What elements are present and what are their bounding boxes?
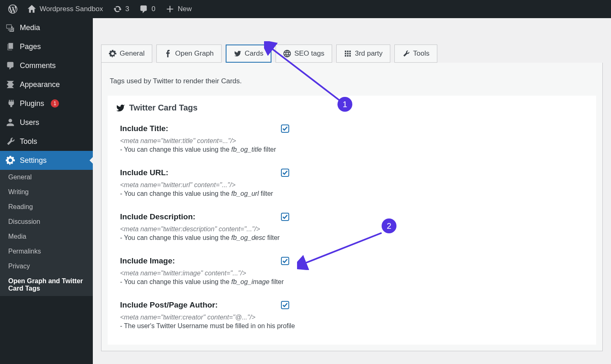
menu-pages[interactable]: Pages xyxy=(0,37,93,56)
help-title: - You can change this value using the fb… xyxy=(120,146,584,153)
wordpress-icon xyxy=(8,5,17,14)
submenu-ogtc[interactable]: Open Graph and Twitter Card Tags xyxy=(0,274,93,296)
menu-tools[interactable]: Tools xyxy=(0,132,93,151)
help-url: - You can change this value using the fb… xyxy=(120,190,584,197)
label-include-url: Include URL: xyxy=(120,168,281,177)
twitter-icon xyxy=(116,103,125,113)
comments-icon xyxy=(6,61,15,70)
menu-pages-label: Pages xyxy=(20,42,41,51)
home-icon xyxy=(27,5,36,14)
meta-url: <meta name="twitter:url" content="..."/> xyxy=(120,181,584,189)
checkbox-include-image[interactable] xyxy=(281,257,289,265)
field-include-url: Include URL: <meta name="twitter:url" co… xyxy=(108,161,596,205)
menu-appearance-label: Appearance xyxy=(20,80,60,89)
svg-line-1 xyxy=(303,233,382,264)
menu-media-label: Media xyxy=(20,23,40,32)
help-author: - The user's Twitter Username must be fi… xyxy=(120,322,584,330)
new-label: New xyxy=(178,5,192,13)
submenu-general[interactable]: General xyxy=(0,170,93,185)
menu-media[interactable]: Media xyxy=(0,18,93,37)
meta-image: <meta name="twitter:image" content="..."… xyxy=(120,270,584,277)
comment-icon xyxy=(139,5,148,14)
label-include-author: Include Post/Page Author: xyxy=(120,301,281,310)
label-include-description: Include Description: xyxy=(120,212,281,221)
menu-users[interactable]: Users xyxy=(0,113,93,132)
tab-opengraph-label: Open Graph xyxy=(175,49,214,58)
check-icon xyxy=(282,126,288,132)
checkbox-include-description[interactable] xyxy=(281,213,289,221)
media-icon xyxy=(6,23,15,32)
plugins-badge: 1 xyxy=(51,99,59,108)
wrench-icon xyxy=(402,50,410,57)
panel-description: Tags used by Twitter to render their Car… xyxy=(101,67,602,96)
annotation-2: 2 xyxy=(382,218,396,233)
submenu-permalinks[interactable]: Permalinks xyxy=(0,244,93,259)
update-icon xyxy=(113,5,122,14)
checkbox-include-url[interactable] xyxy=(281,169,289,177)
section-title: Twitter Card Tags xyxy=(129,103,198,113)
label-include-image: Include Image: xyxy=(120,256,281,265)
submenu-discussion[interactable]: Discussion xyxy=(0,214,93,229)
field-include-author: Include Post/Page Author: <meta name="tw… xyxy=(108,293,596,337)
updates-link[interactable]: 3 xyxy=(109,0,133,18)
meta-author: <meta name="twitter:creator" content="@.… xyxy=(120,314,584,321)
twitter-icon xyxy=(234,50,241,57)
help-image: - You can change this value using the fb… xyxy=(120,278,584,286)
tab-general-label: General xyxy=(120,49,144,58)
facebook-icon xyxy=(164,50,172,57)
menu-settings-label: Settings xyxy=(20,156,47,165)
annotation-arrow-1 xyxy=(264,41,347,107)
checkbox-include-title[interactable] xyxy=(281,124,289,133)
checkbox-include-author[interactable] xyxy=(281,301,289,309)
submenu-reading[interactable]: Reading xyxy=(0,200,93,214)
comments-link[interactable]: 0 xyxy=(135,0,159,18)
check-icon xyxy=(282,170,288,176)
annotation-1: 1 xyxy=(337,97,352,112)
menu-settings[interactable]: Settings xyxy=(0,151,93,170)
check-icon xyxy=(282,302,288,308)
new-content-link[interactable]: New xyxy=(161,0,196,18)
site-name: Wordpress Sandbox xyxy=(40,5,103,13)
check-icon xyxy=(282,258,288,264)
site-name-link[interactable]: Wordpress Sandbox xyxy=(23,0,107,18)
tab-opengraph[interactable]: Open Graph xyxy=(156,45,222,63)
updates-count: 3 xyxy=(125,5,129,13)
submenu-privacy[interactable]: Privacy xyxy=(0,259,93,274)
tab-bar: General Open Graph Cards SEO tags 3rd pa… xyxy=(93,36,611,63)
check-icon xyxy=(282,214,288,220)
menu-plugins-label: Plugins xyxy=(20,99,44,108)
tab-thirdparty-label: 3rd party xyxy=(355,49,382,58)
meta-title: <meta name="twitter:title" content=..."/… xyxy=(120,137,584,145)
admin-bar: Wordpress Sandbox 3 0 New xyxy=(0,0,611,18)
menu-comments-label: Comments xyxy=(20,61,56,70)
tab-general[interactable]: General xyxy=(101,45,152,63)
appearance-icon xyxy=(6,80,15,89)
wp-logo[interactable] xyxy=(4,0,21,18)
tab-tools-label: Tools xyxy=(413,49,429,58)
users-icon xyxy=(6,118,15,127)
label-include-title: Include Title: xyxy=(120,124,281,133)
plugins-icon xyxy=(6,99,15,108)
content-area: General Open Graph Cards SEO tags 3rd pa… xyxy=(93,18,611,351)
menu-comments[interactable]: Comments xyxy=(0,56,93,75)
menu-plugins[interactable]: Plugins 1 xyxy=(0,94,93,113)
tools-icon xyxy=(6,137,15,146)
twitter-card-section: Twitter Card Tags Include Title: <meta n… xyxy=(108,96,596,345)
tab-tools[interactable]: Tools xyxy=(394,45,437,63)
field-include-title: Include Title: <meta name="twitter:title… xyxy=(108,117,596,161)
submenu-writing[interactable]: Writing xyxy=(0,185,93,200)
settings-submenu: General Writing Reading Discussion Media… xyxy=(0,170,93,296)
submenu-media[interactable]: Media xyxy=(0,229,93,244)
pages-icon xyxy=(6,42,15,51)
admin-sidebar: Media Pages Comments Appearance Plugins … xyxy=(0,18,93,359)
menu-appearance[interactable]: Appearance xyxy=(0,75,93,94)
svg-line-0 xyxy=(270,47,340,101)
gear-icon xyxy=(109,50,116,57)
menu-users-label: Users xyxy=(20,118,39,127)
tab-cards-label: Cards xyxy=(245,49,263,58)
menu-tools-label: Tools xyxy=(20,137,37,146)
plus-icon xyxy=(165,5,175,14)
settings-icon xyxy=(6,156,15,165)
comments-count: 0 xyxy=(151,5,155,13)
annotation-arrow-2 xyxy=(297,229,388,270)
